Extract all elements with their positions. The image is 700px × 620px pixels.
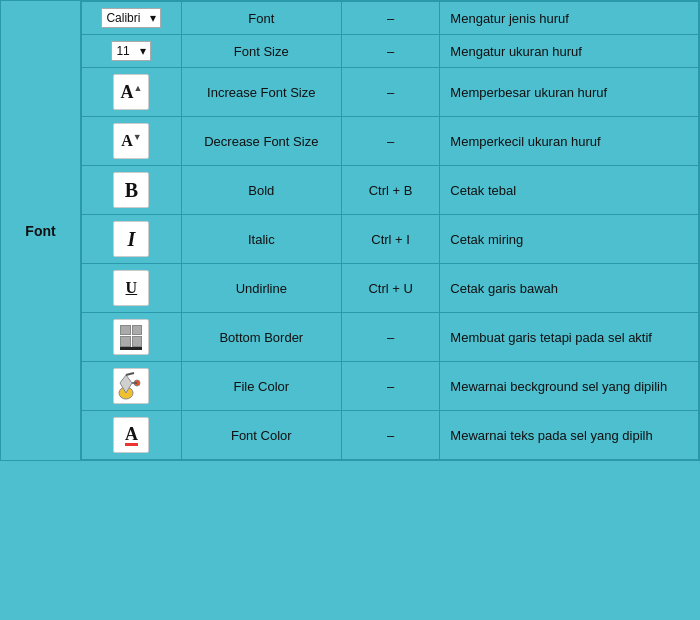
border-name: Bottom Border — [181, 313, 341, 362]
font-size-name: Font Size — [181, 35, 341, 68]
decrease-font-name: Decrease Font Size — [181, 117, 341, 166]
border-grid-icon — [120, 325, 142, 350]
table-row: A Font Color – Mewarnai teks pada sel ya… — [82, 411, 699, 460]
group-label: Font — [1, 1, 81, 461]
bottom-border-icon — [113, 319, 149, 355]
font-color-icon: A — [113, 417, 149, 453]
increase-font-desc: Memperbesar ukuran huruf — [440, 68, 699, 117]
italic-name: Italic — [181, 215, 341, 264]
increase-font-icon-cell[interactable]: A▲ — [82, 68, 182, 117]
increase-font-icon: A▲ — [113, 74, 149, 110]
table-row: A▼ Decrease Font Size – Memperkecil ukur… — [82, 117, 699, 166]
table-row: Bottom Border – Membuat garis tetapi pad… — [82, 313, 699, 362]
font-dropdown-value: Calibri — [106, 11, 140, 25]
font-color-desc: Mewarnai teks pada sel yang dipilh — [440, 411, 699, 460]
decrease-font-desc: Memperkecil ukuran huruf — [440, 117, 699, 166]
fill-color-a-icon — [118, 369, 144, 404]
font-dropdown[interactable]: Calibri ▾ — [101, 8, 161, 28]
font-size-icon-cell[interactable]: 11 ▾ — [82, 35, 182, 68]
table-row: B Bold Ctrl + B Cetak tebal — [82, 166, 699, 215]
font-shortcut: – — [341, 2, 440, 35]
increase-font-name: Increase Font Size — [181, 68, 341, 117]
font-color-name: Font Color — [181, 411, 341, 460]
decrease-font-icon: A▼ — [113, 123, 149, 159]
decrease-font-a-icon: A▼ — [121, 132, 141, 150]
increase-font-a-icon: A▲ — [120, 82, 142, 103]
font-name: Font — [181, 2, 341, 35]
italic-icon: I — [113, 221, 149, 257]
font-color-a-wrapper: A — [125, 425, 138, 446]
italic-shortcut: Ctrl + I — [341, 215, 440, 264]
font-color-shortcut: – — [341, 411, 440, 460]
dropdown-arrow-icon: ▾ — [150, 11, 156, 25]
size-dropdown-arrow-icon: ▾ — [140, 44, 146, 58]
bold-icon: B — [113, 172, 149, 208]
font-size-desc: Mengatur ukuran huruf — [440, 35, 699, 68]
table-row: File Color – Mewarnai beckground sel yan… — [82, 362, 699, 411]
font-desc: Mengatur jenis huruf — [440, 2, 699, 35]
fill-color-desc: Mewarnai beckground sel yang dipilih — [440, 362, 699, 411]
underline-u-icon: U — [126, 279, 138, 297]
italic-desc: Cetak miring — [440, 215, 699, 264]
decrease-font-shortcut: – — [341, 117, 440, 166]
bold-b-icon: B — [125, 179, 138, 202]
fill-color-shortcut: – — [341, 362, 440, 411]
fill-color-icon — [113, 368, 149, 404]
decrease-font-icon-cell[interactable]: A▼ — [82, 117, 182, 166]
underline-name: Undirline — [181, 264, 341, 313]
fill-color-svg — [118, 369, 144, 401]
fill-color-name: File Color — [181, 362, 341, 411]
table-row: Calibri ▾ Font – Mengatur jenis huruf — [82, 2, 699, 35]
font-icon-cell[interactable]: Calibri ▾ — [82, 2, 182, 35]
font-size-shortcut: – — [341, 35, 440, 68]
italic-icon-cell[interactable]: I — [82, 215, 182, 264]
table-row: I Italic Ctrl + I Cetak miring — [82, 215, 699, 264]
table-row: A▲ Increase Font Size – Memperbesar ukur… — [82, 68, 699, 117]
fill-color-icon-cell[interactable] — [82, 362, 182, 411]
underline-icon-cell[interactable]: U — [82, 264, 182, 313]
font-color-a-icon: A — [125, 425, 138, 446]
bold-desc: Cetak tebal — [440, 166, 699, 215]
font-size-value: 11 — [116, 44, 129, 58]
underline-desc: Cetak garis bawah — [440, 264, 699, 313]
border-desc: Membuat garis tetapi pada sel aktif — [440, 313, 699, 362]
inner-table: Calibri ▾ Font – Mengatur jenis huruf 11… — [81, 1, 699, 460]
font-color-icon-cell[interactable]: A — [82, 411, 182, 460]
bold-shortcut: Ctrl + B — [341, 166, 440, 215]
table-row: U Undirline Ctrl + U Cetak garis bawah — [82, 264, 699, 313]
svg-line-1 — [126, 373, 134, 375]
underline-shortcut: Ctrl + U — [341, 264, 440, 313]
bold-name: Bold — [181, 166, 341, 215]
underline-icon: U — [113, 270, 149, 306]
font-size-dropdown[interactable]: 11 ▾ — [111, 41, 151, 61]
bold-icon-cell[interactable]: B — [82, 166, 182, 215]
border-shortcut: – — [341, 313, 440, 362]
increase-font-shortcut: – — [341, 68, 440, 117]
table-row: 11 ▾ Font Size – Mengatur ukuran huruf — [82, 35, 699, 68]
italic-i-icon: I — [127, 228, 135, 251]
border-icon-cell[interactable] — [82, 313, 182, 362]
main-table: Font Calibri ▾ Font – Mengatur jenis hur… — [0, 0, 700, 461]
